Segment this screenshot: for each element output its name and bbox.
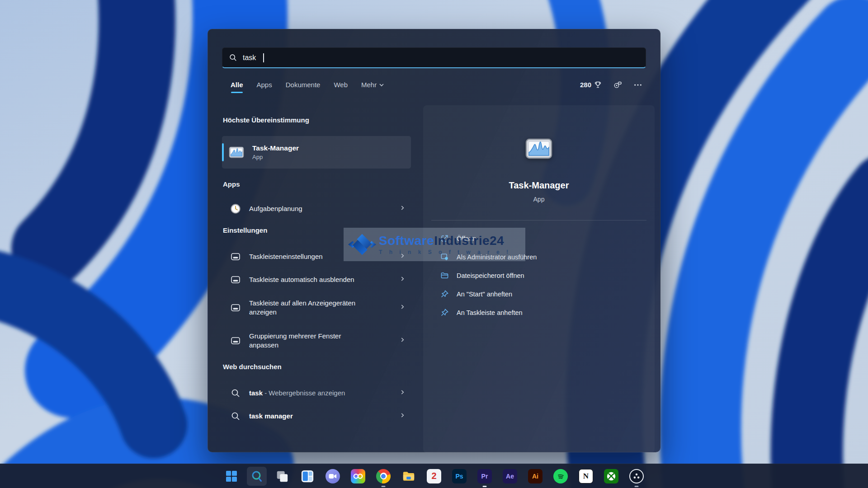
- notion-icon: N: [579, 469, 593, 483]
- taskbar-settings-icon: [230, 302, 241, 313]
- result-web-task-manager[interactable]: task manager: [222, 405, 411, 427]
- search-icon: [230, 412, 241, 421]
- taskbar-illustrator-button[interactable]: Ai: [523, 464, 548, 488]
- result-taskleiste-ausblenden[interactable]: Taskleiste automatisch ausblenden: [222, 268, 411, 291]
- action-pin-to-start[interactable]: An "Start" anheften: [423, 285, 655, 303]
- task-view-icon: [275, 469, 289, 483]
- action-pin-to-taskbar[interactable]: An Taskleiste anheften: [423, 303, 655, 322]
- chevron-right-icon: [399, 304, 406, 312]
- photoshop-icon: Ps: [452, 469, 467, 483]
- taskbar-settings-icon: [230, 335, 241, 346]
- taskbar-creative-cloud-button[interactable]: [345, 464, 371, 488]
- section-header-apps: Apps: [223, 180, 240, 188]
- premiere-pro-icon: Pr: [477, 469, 492, 483]
- rewards-button[interactable]: 280: [580, 81, 602, 89]
- section-header-best-match: Höchste Übereinstimmung: [223, 116, 309, 124]
- preview-app-type: App: [423, 196, 655, 203]
- divider: [431, 220, 646, 221]
- search-tabs: Alle Apps Dokumente Web Mehr 280: [231, 81, 642, 94]
- after-effects-icon: Ae: [503, 469, 517, 483]
- obs-studio-icon: [629, 469, 644, 483]
- game-2-icon: 2: [427, 469, 441, 483]
- preview-app-name: Task-Manager: [423, 180, 655, 191]
- taskbar-file-explorer-button[interactable]: [396, 464, 421, 488]
- chevron-right-icon: [399, 276, 406, 284]
- taskbar-settings-icon: [230, 251, 241, 262]
- pin-icon: [439, 290, 449, 298]
- chevron-right-icon: [399, 205, 406, 213]
- rewards-points: 280: [580, 81, 591, 89]
- search-icon: [250, 470, 263, 483]
- watermark-softwareindustrie24: SoftwareIndustrie24 T h i n k S o f t w …: [344, 228, 525, 261]
- chevron-right-icon: [399, 412, 406, 420]
- result-gruppierung-fenster[interactable]: Gruppierung mehrerer Fenster anpassen: [222, 324, 411, 357]
- taskbar-task-view-button[interactable]: [269, 464, 295, 488]
- task-manager-icon: [228, 144, 245, 160]
- running-indicator: [635, 486, 639, 487]
- pin-icon: [439, 308, 449, 317]
- desktop: task Alle Apps Dokumente Web Mehr: [0, 0, 868, 488]
- watermark-brand-dark: Industrie24: [434, 234, 504, 248]
- file-explorer-icon: [402, 469, 415, 483]
- section-header-settings: Einstellungen: [223, 226, 267, 234]
- tab-dokumente[interactable]: Dokumente: [286, 81, 321, 89]
- watermark-brand-light: Software: [379, 234, 434, 248]
- preview-pane: Task-Manager App Öffnen Als Ad: [423, 105, 655, 453]
- widgets-icon: [301, 469, 314, 483]
- task-manager-icon: [524, 134, 553, 165]
- taskbar-settings-icon: [230, 274, 241, 285]
- illustrator-icon: Ai: [528, 469, 542, 483]
- tab-alle[interactable]: Alle: [231, 81, 243, 93]
- taskbar-obs-button[interactable]: [624, 464, 649, 488]
- search-icon: [230, 389, 241, 398]
- taskbar-photoshop-button[interactable]: Ps: [447, 464, 472, 488]
- section-header-web-search: Web durchsuchen: [223, 363, 282, 371]
- adobe-creative-cloud-icon: [351, 469, 365, 483]
- taskbar-after-effects-button[interactable]: Ae: [497, 464, 523, 488]
- ellipsis-icon[interactable]: [634, 84, 642, 86]
- taskbar-spotify-button[interactable]: [548, 464, 573, 488]
- taskbar-widgets-button[interactable]: [295, 464, 320, 488]
- tab-mehr[interactable]: Mehr: [361, 81, 384, 89]
- running-indicator: [483, 486, 487, 487]
- watermark-logo-icon: [348, 230, 376, 258]
- running-indicator: [382, 486, 386, 487]
- result-taskleiste-anzeigegeraete[interactable]: Taskleiste auf allen Anzeigegeräten anze…: [222, 291, 411, 324]
- tab-web[interactable]: Web: [334, 81, 348, 89]
- web-query-suffix: - Webergebnisse anzeigen: [263, 389, 345, 397]
- result-web-task[interactable]: task - Webergebnisse anzeigen: [222, 382, 411, 404]
- tab-apps[interactable]: Apps: [257, 81, 272, 89]
- taskbar-notion-button[interactable]: N: [573, 464, 599, 488]
- result-task-manager[interactable]: Task-Manager App: [222, 136, 411, 169]
- taskbar-start-button[interactable]: [219, 464, 244, 488]
- taskbar: 2 Ps Pr Ae Ai: [0, 464, 868, 488]
- search-icon: [229, 54, 237, 61]
- clock-icon: [230, 203, 241, 214]
- device-icon[interactable]: [613, 81, 622, 89]
- text-caret: [263, 53, 264, 62]
- taskbar-search-button[interactable]: [244, 464, 269, 488]
- action-open-file-location[interactable]: Dateispeicherort öffnen: [423, 266, 655, 285]
- result-aufgabenplanung[interactable]: Aufgabenplanung: [222, 197, 411, 220]
- taskbar-xbox-button[interactable]: [599, 464, 624, 488]
- chrome-icon: [376, 469, 391, 483]
- taskbar-chrome-button[interactable]: [371, 464, 396, 488]
- video-chat-icon: [326, 469, 340, 483]
- best-match-title: Task-Manager: [252, 144, 299, 152]
- web-query-term: task manager: [249, 412, 293, 420]
- search-query-text: task: [243, 54, 256, 62]
- best-match-subtitle: App: [252, 154, 299, 160]
- chevron-right-icon: [399, 337, 406, 345]
- taskbar-chat-button[interactable]: [320, 464, 345, 488]
- search-input[interactable]: task: [222, 47, 646, 68]
- xbox-icon: [604, 469, 618, 483]
- web-query-term: task: [249, 389, 263, 397]
- taskbar-premiere-button[interactable]: Pr: [472, 464, 497, 488]
- chevron-right-icon: [399, 389, 406, 397]
- taskbar-game2-button[interactable]: 2: [421, 464, 447, 488]
- folder-icon: [439, 271, 449, 280]
- chevron-down-icon: [379, 82, 384, 88]
- spotify-icon: [553, 469, 568, 483]
- windows-logo-icon: [225, 470, 238, 483]
- watermark-tagline: T h i n k S o f t w a r e !: [379, 249, 511, 255]
